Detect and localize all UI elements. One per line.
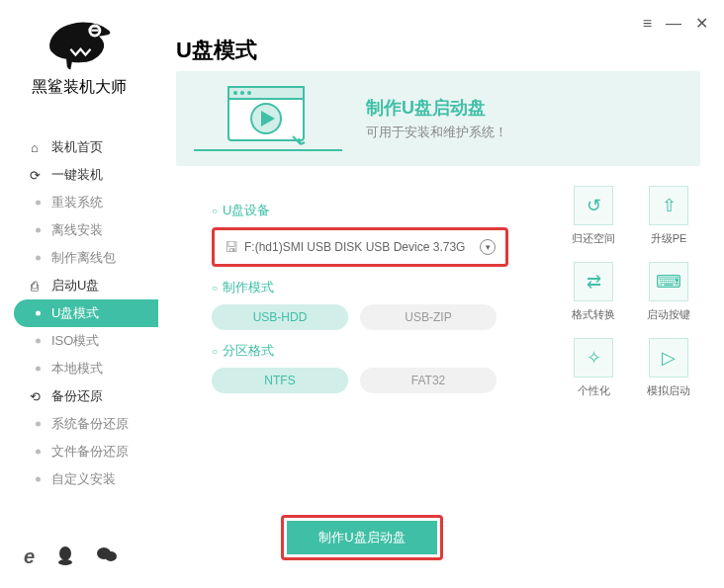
nav-item[interactable]: ⌂装机首页 <box>0 133 158 161</box>
action-icon: ⇧ <box>649 186 688 225</box>
action-归还空间[interactable]: ↺归还空间 <box>562 186 625 246</box>
format-option[interactable]: FAT32 <box>360 368 497 393</box>
banner-art <box>194 79 342 158</box>
svg-point-11 <box>233 91 237 95</box>
action-icon: ↺ <box>574 186 613 225</box>
social-icons: e <box>24 546 118 570</box>
banner-title: 制作U盘启动盘 <box>366 96 682 120</box>
minimize-button[interactable]: — <box>666 15 681 33</box>
action-label: 格式转换 <box>572 307 615 322</box>
action-icon: ⇄ <box>574 262 613 301</box>
action-icon: ✧ <box>574 338 613 378</box>
wechat-icon[interactable] <box>96 546 118 570</box>
banner: 制作U盘启动盘 可用于安装和维护系统！ <box>176 71 700 166</box>
nav-label: 一键装机 <box>51 166 103 184</box>
menu-icon[interactable]: ≡ <box>643 15 652 33</box>
device-dropdown[interactable]: 🖫 F:(hd1)SMI USB DISK USB Device 3.73G ▾ <box>212 227 508 267</box>
action-个性化[interactable]: ✧个性化 <box>562 338 625 398</box>
nav-icon: ⟳ <box>26 168 44 183</box>
modes-row: USB-HDDUSB-ZIP <box>212 304 502 330</box>
usb-icon: 🖫 <box>225 239 238 255</box>
app-name: 黑鲨装机大师 <box>32 77 127 98</box>
nav-label: 备份还原 <box>51 387 103 405</box>
banner-subtitle: 可用于安装和维护系统！ <box>366 124 682 141</box>
nav-label: 装机首页 <box>51 138 103 156</box>
formats-row: NTFSFAT32 <box>212 368 502 393</box>
nav-subitem[interactable]: ISO模式 <box>0 327 158 355</box>
close-button[interactable]: ✕ <box>695 14 708 33</box>
sidebar: 黑鲨装机大师 ⌂装机首页⟳一键装机重装系统离线安装制作离线包⎙启动U盘U盘模式I… <box>0 0 158 588</box>
action-启动按键[interactable]: ⌨启动按键 <box>637 262 700 322</box>
actions-column: ↺归还空间⇧升级PE⇄格式转换⌨启动按键✧个性化▷模拟启动 <box>502 186 700 398</box>
nav-icon: ⟲ <box>26 389 44 404</box>
chevron-down-icon[interactable]: ▾ <box>480 239 496 255</box>
nav-icon: ⌂ <box>26 140 44 155</box>
nav-item[interactable]: ⟲备份还原 <box>0 382 158 410</box>
svg-rect-2 <box>93 25 96 27</box>
nav-subitem[interactable]: 自定义安装 <box>0 465 158 493</box>
primary-button-highlight: 制作U盘启动盘 <box>281 515 443 560</box>
svg-point-5 <box>58 559 72 565</box>
ie-icon[interactable]: e <box>24 546 35 570</box>
action-label: 升级PE <box>651 231 687 246</box>
mode-option[interactable]: USB-ZIP <box>360 304 497 330</box>
nav-item[interactable]: ⟳一键装机 <box>0 161 158 189</box>
main-content: U盘模式 制作U盘启动盘 可用于安装和维护系统！ U盘设备 🖫 <box>176 36 700 398</box>
nav-label: 启动U盘 <box>51 277 99 294</box>
action-格式转换[interactable]: ⇄格式转换 <box>562 262 625 322</box>
format-option[interactable]: NTFS <box>212 368 348 393</box>
svg-point-7 <box>105 551 117 561</box>
section-mode-label: 制作模式 <box>212 279 502 296</box>
nav-subitem[interactable]: 离线安装 <box>0 216 158 244</box>
logo-area: 黑鲨装机大师 <box>0 14 158 98</box>
action-label: 归还空间 <box>572 231 615 246</box>
nav-icon: ⎙ <box>26 279 44 294</box>
action-label: 模拟启动 <box>647 383 690 398</box>
page-title: U盘模式 <box>176 36 700 65</box>
nav-subitem[interactable]: U盘模式 <box>14 299 158 327</box>
action-模拟启动[interactable]: ▷模拟启动 <box>637 338 700 398</box>
shark-logo-icon <box>44 14 115 73</box>
action-icon: ⌨ <box>649 262 688 301</box>
create-usb-button[interactable]: 制作U盘启动盘 <box>287 521 437 554</box>
banner-text: 制作U盘启动盘 可用于安装和维护系统！ <box>366 96 682 141</box>
nav-subitem[interactable]: 系统备份还原 <box>0 410 158 438</box>
svg-point-12 <box>240 91 244 95</box>
svg-point-13 <box>247 91 251 95</box>
nav-subitem[interactable]: 重装系统 <box>0 189 158 216</box>
section-device-label: U盘设备 <box>212 202 502 219</box>
qq-icon[interactable] <box>56 546 74 570</box>
action-升级PE[interactable]: ⇧升级PE <box>637 186 700 246</box>
nav-item[interactable]: ⎙启动U盘 <box>0 272 158 299</box>
nav-subitem[interactable]: 制作离线包 <box>0 244 158 272</box>
action-label: 启动按键 <box>647 307 690 322</box>
section-format-label: 分区格式 <box>212 342 502 360</box>
device-value: F:(hd1)SMI USB DISK USB Device 3.73G <box>244 240 465 254</box>
svg-rect-10 <box>228 87 304 99</box>
nav: ⌂装机首页⟳一键装机重装系统离线安装制作离线包⎙启动U盘U盘模式ISO模式本地模… <box>0 133 158 493</box>
action-icon: ▷ <box>649 338 688 378</box>
svg-point-4 <box>59 546 71 560</box>
svg-rect-3 <box>91 30 98 32</box>
nav-subitem[interactable]: 文件备份还原 <box>0 438 158 465</box>
action-label: 个性化 <box>578 383 610 398</box>
window-controls: ≡ — ✕ <box>643 14 708 33</box>
form-column: U盘设备 🖫 F:(hd1)SMI USB DISK USB Device 3.… <box>176 190 502 398</box>
nav-subitem[interactable]: 本地模式 <box>0 355 158 382</box>
mode-option[interactable]: USB-HDD <box>212 304 348 330</box>
